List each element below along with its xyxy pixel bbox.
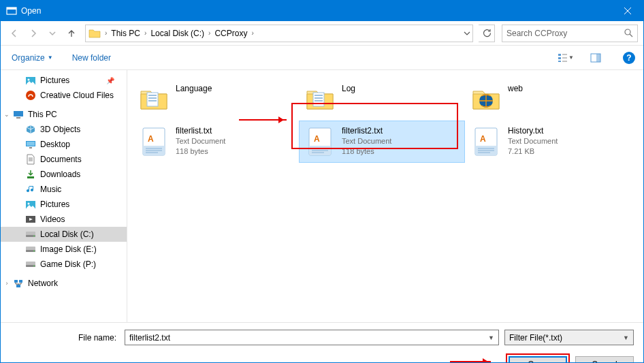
nav-back-button[interactable]: [6, 25, 22, 42]
close-button[interactable]: [612, 1, 643, 21]
title-bar: Open: [1, 1, 643, 21]
sidebar-item-desktop[interactable]: Desktop: [1, 137, 127, 152]
3d-icon: [25, 124, 36, 135]
sidebar-item-label: Downloads: [40, 170, 80, 179]
sidebar-item-creative-cloud-files[interactable]: Creative Cloud Files: [1, 88, 127, 103]
cancel-button[interactable]: Cancel: [575, 356, 634, 363]
sidebar-item-network[interactable]: ›Network: [1, 276, 127, 291]
file-item[interactable]: Language: [133, 78, 299, 121]
svg-rect-45: [315, 100, 323, 101]
chevron-down-icon[interactable]: ▼: [488, 334, 494, 341]
sidebar-item-documents[interactable]: Documents: [1, 152, 127, 167]
window-title: Open: [21, 6, 612, 16]
command-bar: Organize ▼ New folder ▼ ?: [1, 46, 643, 70]
sidebar-item-label: Image Disk (E:): [40, 244, 97, 254]
sidebar-item-this-pc[interactable]: ⌄This PC: [1, 107, 127, 122]
file-type-filter[interactable]: Filter File(*.txt) ▼: [504, 330, 634, 345]
open-label: Open: [528, 360, 547, 363]
disk-icon: [25, 259, 36, 270]
sidebar-item-music[interactable]: Music: [1, 182, 127, 197]
sidebar-item-label: Pictures: [40, 76, 69, 85]
music-icon: [25, 184, 36, 195]
folder-icon: [470, 83, 502, 116]
sidebar-item-game-disk-p-[interactable]: Game Disk (P:): [1, 257, 127, 272]
cancel-label: Cancel: [592, 360, 617, 363]
svg-point-16: [26, 91, 35, 100]
refresh-button[interactable]: [479, 25, 495, 42]
desktop-icon: [25, 139, 36, 150]
file-item[interactable]: Afilterlist.txtText Document118 bytes: [133, 121, 299, 163]
address-bar[interactable]: › This PC › Local Disk (C:) › CCProxy ›: [85, 25, 473, 42]
view-options-button[interactable]: ▼: [558, 50, 574, 66]
arrow-up-icon: [67, 29, 76, 38]
svg-rect-41: [148, 100, 157, 101]
nav-forward-button[interactable]: [25, 25, 42, 42]
file-item[interactable]: Log: [299, 78, 465, 121]
sidebar-item-label: Videos: [40, 215, 65, 224]
svg-rect-43: [315, 95, 323, 96]
sidebar-item-local-disk-c-[interactable]: Local Disk (C:): [1, 227, 127, 242]
tree-caret-icon[interactable]: ›: [3, 280, 10, 287]
file-item[interactable]: web: [465, 78, 631, 121]
sidebar-item-pictures[interactable]: Pictures📌: [1, 73, 127, 88]
open-button[interactable]: Open: [509, 356, 567, 363]
sidebar-item-downloads[interactable]: Downloads: [1, 167, 127, 182]
breadcrumb-localdisk[interactable]: Local Disk (C:): [148, 25, 207, 42]
file-name: filterlist2.txt: [342, 125, 391, 136]
file-name: filterlist.txt: [176, 125, 225, 136]
svg-text:A: A: [480, 134, 486, 144]
file-item[interactable]: AHistory.txtText Document7.21 KB: [465, 121, 631, 163]
sidebar-item-label: Pictures: [40, 200, 69, 209]
file-kind: Text Document: [508, 136, 558, 146]
file-kind: Text Document: [342, 136, 391, 146]
pictures-icon: [25, 75, 36, 86]
breadcrumb-thispc[interactable]: This PC: [108, 25, 143, 42]
sidebar-item-label: 3D Objects: [40, 125, 80, 134]
svg-rect-36: [19, 280, 22, 283]
file-name: Language: [176, 83, 212, 94]
sidebar-item-image-disk-e-[interactable]: Image Disk (E:): [1, 242, 127, 257]
file-name: web: [508, 83, 523, 94]
sidebar-item-3d-objects[interactable]: 3D Objects: [1, 122, 127, 137]
footer: File name: filterlist2.txt ▼ Filter File…: [1, 322, 643, 363]
sidebar-item-label: Desktop: [40, 140, 70, 149]
arrow-left-icon: [10, 29, 19, 38]
sidebar-item-videos[interactable]: Videos: [1, 212, 127, 227]
nav-up-button[interactable]: [63, 25, 80, 42]
filename-input[interactable]: filterlist2.txt ▼: [125, 330, 499, 345]
filename-value: filterlist2.txt: [129, 333, 170, 343]
svg-rect-40: [148, 97, 157, 99]
new-folder-button[interactable]: New folder: [69, 50, 114, 65]
text-file-icon: A: [138, 125, 170, 158]
svg-point-24: [28, 203, 30, 205]
svg-rect-7: [558, 57, 561, 59]
file-list[interactable]: LanguageLogwebAfilterlist.txtText Docume…: [127, 70, 643, 322]
nav-recent-button[interactable]: [44, 25, 61, 42]
text-file-icon: A: [304, 125, 336, 158]
app-icon: [6, 5, 17, 16]
svg-rect-39: [148, 95, 157, 96]
help-button[interactable]: ?: [623, 52, 635, 64]
navigation-pane[interactable]: Pictures📌Creative Cloud Files⌄This PC3D …: [1, 70, 127, 322]
svg-text:A: A: [148, 134, 154, 144]
file-size: 7.21 KB: [508, 146, 558, 157]
svg-point-31: [33, 251, 35, 252]
search-input[interactable]: Search CCProxy: [502, 25, 638, 42]
chevron-down-icon: ▼: [48, 54, 53, 61]
sidebar-item-pictures[interactable]: Pictures: [1, 197, 127, 212]
svg-rect-22: [27, 176, 34, 178]
organize-menu[interactable]: Organize ▼: [9, 50, 56, 65]
address-dropdown[interactable]: [460, 25, 472, 42]
tree-caret-icon[interactable]: ⌄: [3, 111, 10, 118]
file-item[interactable]: Afilterlist2.txtText Document118 bytes: [299, 121, 465, 163]
disk-icon: [25, 244, 36, 255]
annotation-arrow: [450, 361, 491, 362]
preview-pane-button[interactable]: [587, 50, 604, 66]
file-size: 118 bytes: [176, 146, 225, 157]
svg-rect-21: [29, 147, 32, 148]
svg-rect-35: [14, 280, 18, 283]
organize-label: Organize: [12, 53, 45, 63]
chevron-right-icon: ›: [103, 29, 108, 37]
breadcrumb-ccproxy[interactable]: CCProxy: [212, 25, 250, 42]
chevron-right-icon: ›: [207, 29, 212, 37]
